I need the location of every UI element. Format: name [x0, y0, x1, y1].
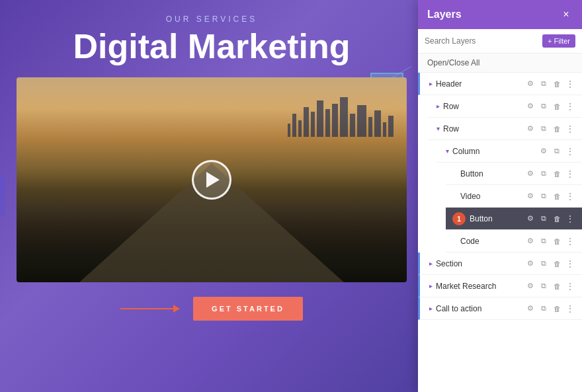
layer-item-button1[interactable]: Button ⚙ ⧉ 🗑 ⋮ — [446, 163, 582, 185]
trash-icon[interactable]: 🗑 — [552, 124, 562, 134]
trash-icon[interactable]: 🗑 — [552, 79, 562, 89]
copy-icon[interactable]: ⧉ — [538, 169, 549, 179]
layer-item-header[interactable]: ▸ Header ⚙ ⧉ 🗑 ⋮ — [418, 73, 582, 95]
more-icon[interactable]: ⋮ — [565, 258, 575, 269]
trash-icon[interactable]: 🗑 — [552, 191, 562, 202]
layer-name-header: Header — [436, 79, 525, 89]
layers-search-input[interactable] — [425, 36, 538, 46]
more-icon[interactable]: ⋮ — [565, 101, 575, 112]
arrow-head — [173, 305, 180, 313]
chevron-icon: ▾ — [443, 147, 451, 155]
copy-icon[interactable]: ⧉ — [538, 281, 549, 292]
layer-item-row1[interactable]: ▸ Row ⚙ ⧉ 🗑 ⋮ — [427, 95, 582, 118]
building — [304, 107, 309, 137]
building — [325, 109, 330, 137]
trash-icon[interactable]: 🗑 — [552, 303, 562, 314]
layer-item-column[interactable]: ▾ Column ⚙ ⧉ ⋮ — [436, 140, 582, 163]
building — [332, 104, 338, 137]
copy-icon[interactable]: ⧉ — [538, 101, 549, 112]
layers-search-bar: + Filter — [418, 29, 582, 54]
chevron-icon: ▸ — [427, 282, 435, 290]
building — [340, 97, 348, 137]
more-icon[interactable]: ⋮ — [565, 236, 575, 247]
settings-icon[interactable]: ⚙ — [525, 124, 536, 134]
trash-icon[interactable]: 🗑 — [552, 236, 562, 247]
layer-actions-column: ⚙ ⧉ ⋮ — [538, 146, 575, 157]
layer-actions-market-research: ⚙ ⧉ 🗑 ⋮ — [525, 281, 575, 292]
trash-icon[interactable]: 🗑 — [552, 281, 562, 292]
copy-icon[interactable]: ⧉ — [538, 214, 549, 224]
layer-item-section[interactable]: ▸ Section ⚙ ⧉ 🗑 ⋮ — [418, 253, 582, 275]
play-button[interactable] — [192, 160, 231, 200]
settings-icon[interactable]: ⚙ — [525, 79, 536, 89]
copy-icon[interactable]: ⧉ — [538, 303, 549, 314]
chevron-icon: ▸ — [427, 80, 435, 88]
settings-icon[interactable]: ⚙ — [525, 214, 536, 224]
play-icon — [206, 172, 220, 188]
page-title: Digital Marketing — [0, 28, 423, 65]
layer-item-call-to-action[interactable]: ▸ Call to action ⚙ ⧉ 🗑 ⋮ — [418, 297, 582, 320]
layer-item-market-research[interactable]: ▸ Market Research ⚙ ⧉ 🗑 ⋮ — [418, 275, 582, 297]
settings-icon[interactable]: ⚙ — [525, 169, 536, 179]
building — [388, 116, 394, 137]
left-edge-bar — [0, 176, 5, 216]
layer-actions-code: ⚙ ⧉ 🗑 ⋮ — [525, 236, 575, 247]
layer-name-button1: Button — [460, 169, 525, 178]
main-canvas: OUR SERVICES Digital Marketing — [0, 0, 423, 392]
more-icon[interactable]: ⋮ — [565, 303, 575, 314]
settings-icon[interactable]: ⚙ — [525, 236, 536, 247]
layer-actions-header: ⚙ ⧉ 🗑 ⋮ — [525, 79, 575, 89]
building — [383, 122, 386, 137]
layer-actions-section: ⚙ ⧉ 🗑 ⋮ — [525, 258, 575, 269]
settings-icon[interactable]: ⚙ — [525, 191, 536, 202]
layer-actions-button1: ⚙ ⧉ 🗑 ⋮ — [525, 169, 575, 179]
chevron-icon: ▸ — [427, 260, 435, 268]
layer-actions-row1: ⚙ ⧉ 🗑 ⋮ — [525, 101, 575, 112]
layer-item-button2-active[interactable]: 1 Button ⚙ ⧉ 🗑 ⋮ — [446, 208, 582, 230]
trash-icon[interactable]: 🗑 — [552, 169, 562, 179]
layer-badge: 1 — [452, 212, 466, 225]
filter-button[interactable]: + Filter — [542, 34, 575, 48]
trash-icon[interactable]: 🗑 — [552, 101, 562, 112]
settings-icon[interactable]: ⚙ — [525, 281, 536, 292]
building — [368, 117, 372, 137]
layers-close-button[interactable]: × — [560, 8, 573, 21]
copy-icon[interactable]: ⧉ — [552, 146, 562, 157]
video-container — [17, 77, 407, 282]
more-icon[interactable]: ⋮ — [565, 146, 575, 157]
layer-name-row1: Row — [443, 102, 525, 111]
more-icon[interactable]: ⋮ — [565, 191, 575, 202]
settings-icon[interactable]: ⚙ — [538, 146, 549, 157]
get-started-button[interactable]: GET STARTED — [193, 297, 303, 321]
settings-icon[interactable]: ⚙ — [525, 101, 536, 112]
copy-icon[interactable]: ⧉ — [538, 79, 549, 89]
more-icon[interactable]: ⋮ — [565, 214, 575, 224]
settings-icon[interactable]: ⚙ — [525, 258, 536, 269]
copy-icon[interactable]: ⧉ — [538, 236, 549, 247]
copy-icon[interactable]: ⧉ — [538, 258, 549, 269]
trash-icon[interactable]: 🗑 — [552, 214, 562, 224]
building — [311, 112, 315, 137]
building — [288, 124, 290, 137]
layers-header: Layers × — [418, 0, 582, 29]
settings-icon[interactable]: ⚙ — [525, 303, 536, 314]
more-icon[interactable]: ⋮ — [565, 124, 575, 134]
more-icon[interactable]: ⋮ — [565, 169, 575, 179]
chevron-icon: ▸ — [434, 102, 442, 110]
layer-name-section: Section — [436, 259, 525, 268]
more-icon[interactable]: ⋮ — [565, 281, 575, 292]
copy-icon[interactable]: ⧉ — [538, 124, 549, 134]
city-silhouette — [17, 97, 407, 137]
layer-item-code[interactable]: Code ⚙ ⧉ 🗑 ⋮ — [446, 230, 582, 253]
copy-icon[interactable]: ⧉ — [538, 191, 549, 202]
layer-name-call-to-action: Call to action — [436, 304, 525, 313]
layer-actions-button2: ⚙ ⧉ 🗑 ⋮ — [525, 214, 575, 224]
trash-icon[interactable]: 🗑 — [552, 258, 562, 269]
layer-name-video: Video — [460, 192, 525, 201]
layers-panel-title: Layers — [427, 9, 462, 20]
open-close-all[interactable]: Open/Close All — [418, 54, 582, 73]
layer-item-row2[interactable]: ▾ Row ⚙ ⧉ 🗑 ⋮ — [427, 118, 582, 140]
more-icon[interactable]: ⋮ — [565, 79, 575, 89]
layer-name-code: Code — [460, 237, 525, 246]
layer-item-video[interactable]: Video ⚙ ⧉ 🗑 ⋮ — [446, 185, 582, 208]
